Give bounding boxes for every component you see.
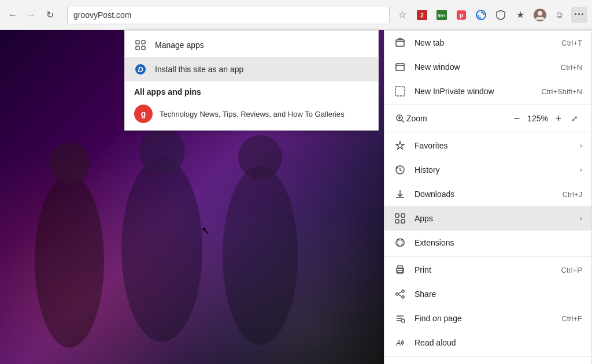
zoom-icon — [394, 112, 406, 125]
apps-arrow: › — [580, 214, 582, 222]
svg-point-12 — [139, 128, 185, 174]
svg-rect-16 — [142, 40, 145, 44]
more-button[interactable]: ··· — [571, 7, 587, 23]
zoom-label: Zoom — [406, 114, 508, 123]
apps-item[interactable]: Apps › — [384, 206, 591, 231]
read-aloud-item[interactable]: A Read aloud — [384, 330, 591, 355]
all-apps-header: All apps and pins — [125, 81, 378, 100]
svg-rect-18 — [142, 46, 145, 50]
share-icon — [394, 288, 406, 300]
svg-point-40 — [396, 293, 398, 295]
tracking-prevention-icon[interactable] — [493, 7, 509, 23]
downloads-label: Downloads — [415, 190, 554, 199]
downloads-item[interactable]: Downloads Ctrl+J — [384, 182, 591, 206]
bookmark-star-icon[interactable]: ☆ — [394, 7, 410, 23]
groovypost-app-icon: g — [134, 105, 153, 123]
svg-line-42 — [398, 295, 402, 296]
downloader-icon: 99+ — [435, 9, 448, 21]
favorites-item[interactable]: Favorites › — [384, 133, 591, 158]
extension-red-icon[interactable]: 2 — [414, 7, 430, 23]
print-item[interactable]: Print Ctrl+P — [384, 258, 591, 282]
new-window-icon — [394, 61, 406, 73]
share-item[interactable]: Share — [384, 282, 591, 306]
svg-line-41 — [398, 292, 402, 294]
svg-rect-30 — [395, 214, 399, 217]
svg-point-43 — [401, 319, 405, 322]
svg-point-10 — [49, 143, 90, 183]
new-inprivate-label: New InPrivate window — [415, 87, 533, 96]
extensions-item[interactable]: Extensions — [384, 231, 591, 255]
zoom-value: 125% — [526, 114, 550, 123]
read-aloud-label: Read aloud — [415, 338, 582, 347]
divider-2 — [384, 132, 591, 132]
new-window-label: New window — [415, 62, 553, 72]
new-window-item[interactable]: New window Ctrl+N — [384, 55, 591, 79]
new-inprivate-item[interactable]: New InPrivate window Ctrl+Shift+N — [384, 79, 591, 103]
share-label: Share — [415, 289, 582, 299]
history-item[interactable]: History › — [384, 158, 591, 182]
more-tools-item[interactable]: More tools › — [384, 358, 591, 364]
svg-text:D: D — [138, 65, 143, 74]
svg-point-37 — [402, 269, 404, 270]
svg-point-14 — [238, 135, 282, 179]
sync-icon[interactable] — [473, 7, 489, 23]
svg-point-39 — [402, 296, 404, 298]
read-aloud-icon: A — [394, 336, 406, 349]
zoom-row: Zoom − 125% + ⤢ — [384, 106, 591, 131]
divider-3 — [384, 256, 591, 257]
svg-point-38 — [402, 290, 404, 292]
apps-label: Apps — [415, 214, 569, 223]
extensions-label: Extensions — [415, 238, 582, 247]
emoji-icon[interactable]: ☺ — [552, 7, 568, 23]
manage-apps-item[interactable]: Manage apps — [125, 33, 378, 57]
collections-icon[interactable]: ★ — [512, 7, 528, 23]
pocket-icon[interactable]: p — [453, 7, 469, 23]
svg-rect-31 — [401, 214, 405, 217]
address-bar[interactable]: groovyPost.com — [67, 6, 390, 24]
svg-point-13 — [223, 166, 298, 345]
print-shortcut: Ctrl+P — [561, 266, 582, 274]
svg-line-25 — [402, 120, 404, 122]
favorites-arrow: › — [580, 142, 582, 150]
extension-green-icon[interactable]: 99+ — [434, 7, 450, 23]
svg-rect-15 — [136, 40, 139, 44]
profile-avatar[interactable] — [532, 7, 548, 23]
history-icon — [394, 164, 406, 176]
svg-point-8 — [538, 11, 542, 16]
svg-point-9 — [35, 174, 104, 348]
install-site-item[interactable]: D Install this site as an app — [125, 57, 378, 81]
extensions-icon — [394, 236, 406, 249]
print-icon — [394, 263, 406, 276]
find-on-page-item[interactable]: Find on page Ctrl+F — [384, 306, 591, 330]
svg-rect-23 — [395, 87, 405, 96]
zoom-minus-button[interactable]: − — [508, 110, 526, 127]
new-tab-item[interactable]: New tab Ctrl+T — [384, 31, 591, 55]
install-site-label: Install this site as an app — [155, 65, 243, 74]
new-tab-label: New tab — [415, 38, 553, 47]
svg-rect-17 — [136, 46, 139, 50]
manage-apps-label: Manage apps — [155, 40, 204, 50]
zoom-fullscreen-button[interactable]: ⤢ — [567, 111, 582, 126]
browser-toolbar: ← → ↻ groovyPost.com ☆ 2 99+ p — [0, 0, 592, 30]
zoom-plus-button[interactable]: + — [550, 110, 567, 127]
favorites-icon — [394, 139, 406, 152]
refresh-button[interactable]: ↻ — [42, 7, 58, 23]
apps-submenu: Manage apps D Install this site as an ap… — [124, 30, 379, 131]
svg-text:99+: 99+ — [438, 13, 446, 18]
install-site-icon: D — [134, 63, 147, 76]
divider-1 — [384, 105, 591, 105]
svg-rect-22 — [396, 64, 404, 70]
manage-apps-icon — [134, 39, 147, 51]
back-button[interactable]: ← — [5, 7, 21, 23]
downloads-icon — [394, 188, 406, 200]
svg-line-44 — [405, 322, 406, 324]
forward-button[interactable]: → — [23, 7, 39, 23]
main-menu: New tab Ctrl+T New window Ctrl+N New InP… — [384, 30, 592, 364]
new-tab-shortcut: Ctrl+T — [561, 39, 582, 47]
history-arrow: › — [580, 166, 582, 174]
new-inprivate-shortcut: Ctrl+Shift+N — [541, 87, 582, 96]
svg-text:p: p — [460, 12, 464, 18]
find-on-page-label: Find on page — [415, 314, 553, 323]
divider-4 — [384, 356, 591, 356]
groovypost-app-item[interactable]: g Technology News, Tips, Reviews, and Ho… — [125, 100, 378, 128]
